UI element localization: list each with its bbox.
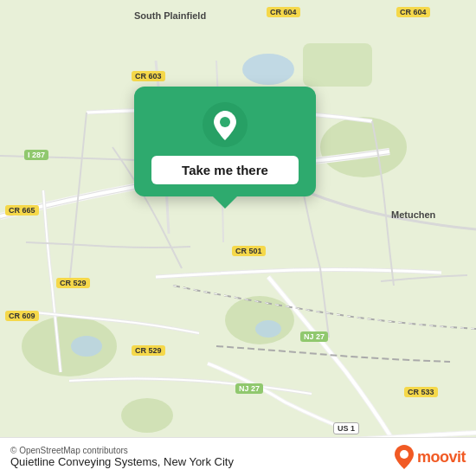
road-label-cr665: CR 665	[5, 205, 39, 215]
metuchen-label: Metuchen	[391, 209, 435, 220]
road-label-cr603: CR 603	[132, 71, 165, 81]
svg-point-6	[242, 54, 294, 85]
osm-attribution: © OpenStreetMap contributors	[10, 446, 234, 455]
location-name: Quietline Conveying Systems, New York Ci…	[10, 455, 234, 468]
svg-point-1	[22, 316, 117, 376]
road-label-us1: US 1	[333, 422, 359, 434]
svg-point-2	[225, 296, 294, 344]
road-label-cr533: CR 533	[404, 387, 438, 397]
road-label-cr604-1: CR 604	[267, 7, 300, 17]
moovit-pin-icon	[395, 445, 414, 469]
svg-point-3	[121, 398, 173, 433]
road-label-i287: I 287	[24, 150, 48, 160]
take-me-there-button[interactable]: Take me there	[151, 156, 299, 184]
south-plainfield-label: South Plainfield	[134, 10, 206, 21]
svg-point-8	[255, 320, 281, 338]
road-label-cr609: CR 609	[5, 311, 39, 321]
road-label-cr529-2: CR 529	[132, 345, 165, 356]
svg-point-7	[71, 336, 102, 357]
bottom-bar: © OpenStreetMap contributors Quietline C…	[0, 437, 476, 476]
road-label-nj27-1: NJ 27	[300, 331, 328, 342]
map-container: South Plainfield Metuchen CR 604 CR 604 …	[0, 0, 476, 476]
svg-point-11	[400, 450, 408, 459]
road-label-cr604-2: CR 604	[396, 7, 430, 17]
moovit-logo: moovit	[395, 445, 466, 469]
road-label-nj27-2: NJ 27	[235, 383, 263, 394]
location-pin-icon	[203, 102, 248, 147]
svg-rect-5	[303, 43, 372, 87]
svg-point-4	[320, 117, 407, 177]
road-label-cr501: CR 501	[232, 246, 266, 256]
popup-card: Take me there	[134, 87, 316, 196]
moovit-brand-text: moovit	[417, 448, 466, 466]
bottom-bar-info: © OpenStreetMap contributors Quietline C…	[10, 446, 234, 468]
svg-point-10	[220, 117, 230, 127]
road-label-cr529-1: CR 529	[56, 278, 90, 288]
